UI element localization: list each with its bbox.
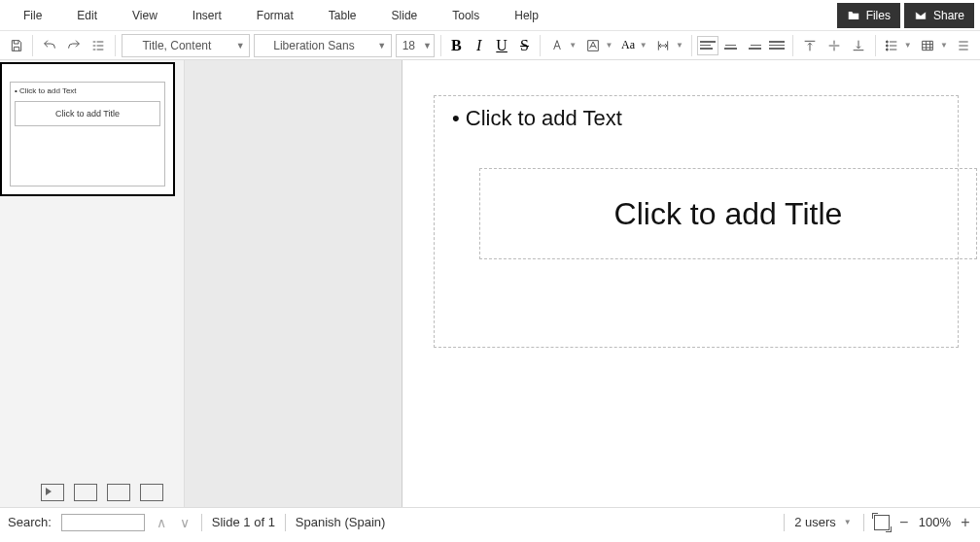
more-button[interactable] [954,34,974,57]
title-placeholder[interactable]: Click to add Title [479,168,977,259]
workspace: Click to add Text Click to add Title Cli… [0,60,980,507]
valign-mid-icon [826,38,842,53]
menu-help[interactable]: Help [497,5,556,26]
search-next-button[interactable]: ∨ [178,515,192,530]
view-mode-buttons [41,484,163,501]
bullets-button[interactable] [882,34,902,57]
menu-tools[interactable]: Tools [435,5,497,26]
zoom-in-button[interactable]: + [959,514,972,531]
zoom-out-button[interactable]: − [897,514,911,531]
thumb-text-placeholder: Click to add Text [15,86,160,95]
highlight-button[interactable] [582,34,603,57]
outline-view-button[interactable] [74,484,97,501]
layout-select[interactable]: Title, Content ▼ [122,34,251,57]
italic-button[interactable]: I [470,35,488,56]
share-button[interactable]: Share [904,3,974,28]
svg-point-0 [887,41,889,43]
language-indicator[interactable]: Spanish (Spain) [296,515,386,529]
strike-button[interactable]: S [515,35,534,56]
svg-point-1 [887,45,889,47]
chevron-down-icon[interactable]: ▼ [640,41,648,50]
menu-format[interactable]: Format [239,5,311,26]
chevron-down-icon: ▼ [231,41,249,51]
align-left-button[interactable] [698,37,718,54]
files-button[interactable]: Files [837,3,900,28]
content-placeholder[interactable]: Click to add Text Click to add Title [434,95,959,348]
chevron-down-icon[interactable]: ▼ [904,41,912,50]
menu-bar: File Edit View Insert Format Table Slide… [0,0,980,31]
slide-canvas[interactable]: Click to add Text Click to add Title [402,60,980,507]
outline-button[interactable] [88,34,108,57]
table-icon [920,38,935,53]
title-placeholder-text: Click to add Title [614,196,843,232]
outline-icon [90,38,106,53]
font-color-button[interactable] [546,34,567,57]
valign-top-icon [802,38,818,53]
chevron-down-icon[interactable]: ▼ [569,41,577,50]
insert-table-button[interactable] [918,34,938,57]
chevron-down-icon[interactable]: ▼ [676,41,683,50]
align-right-button[interactable] [744,37,763,54]
underline-button[interactable]: U [492,35,510,56]
valign-bot-button[interactable] [849,34,869,57]
align-center-button[interactable] [721,37,741,54]
valign-mid-button[interactable] [823,34,844,57]
undo-icon [42,38,57,53]
mail-icon [914,9,928,22]
menu-insert[interactable]: Insert [175,5,239,26]
valign-bot-icon [851,38,866,53]
toolbar: Title, Content ▼ Liberation Sans ▼ 18 ▼ … [0,31,980,60]
fit-slide-button[interactable] [874,515,890,530]
font-size-label: 18 [397,39,421,52]
menu-file[interactable]: File [6,5,59,26]
save-icon [9,38,24,53]
case-button[interactable]: Aa [618,35,637,56]
svg-point-2 [887,49,889,51]
zoom-level[interactable]: 100% [919,515,951,529]
files-label: Files [866,9,891,22]
chevron-down-icon[interactable]: ▼ [844,518,852,526]
font-select-label: Liberation Sans [255,39,372,52]
status-bar: Search: ∧ ∨ Slide 1 of 1 Spanish (Spain)… [0,507,980,536]
more-icon [956,38,971,53]
slide-panel: Click to add Text Click to add Title [0,60,185,507]
zoom-controls: − 100% + [874,514,972,531]
slide-counter: Slide 1 of 1 [212,515,275,529]
ruler-gutter [185,60,402,507]
redo-icon [66,38,82,53]
undo-button[interactable] [39,34,59,57]
align-justify-button[interactable] [767,37,787,54]
sorter-view-button[interactable] [107,484,130,501]
menu-table[interactable]: Table [311,5,374,26]
menu-slide[interactable]: Slide [374,5,436,26]
search-input[interactable] [61,514,145,531]
content-placeholder-text: Click to add Text [452,106,940,131]
search-prev-button[interactable]: ∧ [155,515,168,530]
presentation-view-button[interactable] [140,484,163,501]
menu-view[interactable]: View [115,5,175,26]
slide-thumbnail-1[interactable]: Click to add Text Click to add Title [0,62,175,196]
folder-icon [847,9,860,22]
menu-edit[interactable]: Edit [59,5,115,26]
users-indicator[interactable]: 2 users [794,515,836,529]
bold-button[interactable]: B [447,35,466,56]
thumb-title-placeholder: Click to add Title [15,101,160,126]
share-label: Share [933,9,964,22]
layout-select-label: Title, Content [122,39,232,52]
valign-top-button[interactable] [799,34,820,57]
highlight-icon [585,38,601,53]
chevron-down-icon: ▼ [373,41,391,51]
redo-button[interactable] [63,34,84,57]
font-select[interactable]: Liberation Sans ▼ [254,34,391,57]
bullets-icon [884,38,899,53]
chevron-down-icon[interactable]: ▼ [940,41,948,50]
char-spacing-icon [655,38,671,53]
font-size-select[interactable]: 18 ▼ [396,34,435,57]
search-label: Search: [8,515,52,529]
save-button[interactable] [6,34,26,57]
normal-view-button[interactable] [41,484,64,501]
char-spacing-button[interactable] [653,34,674,57]
font-color-icon [549,38,565,53]
chevron-down-icon[interactable]: ▼ [605,41,612,50]
chevron-down-icon: ▼ [421,41,434,51]
